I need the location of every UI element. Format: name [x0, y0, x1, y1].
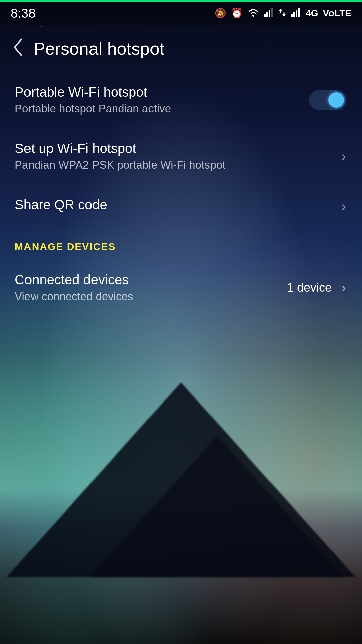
connected-devices-chevron: › [341, 281, 346, 295]
manage-devices-label: MANAGE DEVICES [15, 241, 116, 252]
share-qr-chevron: › [341, 199, 346, 213]
4g-label: 4G [306, 8, 318, 19]
svg-rect-1 [264, 14, 266, 17]
portable-wifi-subtitle: Portable hotspot Pandian active [15, 102, 309, 115]
mute-icon: 🔕 [215, 9, 226, 18]
portable-wifi-text: Portable Wi-Fi hotspot Portable hotspot … [15, 85, 309, 115]
signal2-icon [291, 8, 301, 19]
signal1-icon [264, 8, 274, 19]
page-title: Personal hotspot [34, 39, 164, 59]
svg-rect-8 [298, 8, 300, 17]
connected-devices-title: Connected devices [15, 272, 287, 287]
setup-wifi-item[interactable]: Set up Wi-Fi hotspot Pandian WPA2 PSK po… [0, 128, 362, 184]
setup-wifi-chevron: › [341, 149, 346, 163]
share-qr-text: Share QR code [15, 197, 341, 215]
connected-devices-text: Connected devices View connected devices [15, 272, 287, 303]
svg-rect-5 [291, 14, 293, 17]
volte-label: VoLTE [323, 8, 351, 19]
page-header: Personal hotspot [0, 25, 362, 72]
setup-wifi-subtitle: Pandian WPA2 PSK portable Wi-Fi hotspot [15, 159, 341, 171]
svg-rect-3 [269, 10, 270, 17]
alarm-icon: ⏰ [231, 9, 243, 18]
status-bar: 8:38 🔕 ⏰ [0, 2, 362, 25]
settings-list: Portable Wi-Fi hotspot Portable hotspot … [0, 72, 362, 316]
svg-rect-2 [266, 12, 268, 17]
connected-devices-item[interactable]: Connected devices View connected devices… [0, 260, 362, 316]
wifi-icon [247, 8, 259, 19]
data-transfer-icon [279, 8, 286, 19]
device-count: 1 device [287, 281, 332, 295]
share-qr-item[interactable]: Share QR code › [0, 184, 362, 228]
status-icons: 🔕 ⏰ [215, 8, 351, 19]
share-qr-title: Share QR code [15, 197, 341, 212]
portable-wifi-item[interactable]: Portable Wi-Fi hotspot Portable hotspot … [0, 72, 362, 128]
setup-wifi-text: Set up Wi-Fi hotspot Pandian WPA2 PSK po… [15, 141, 341, 171]
status-time: 8:38 [11, 6, 36, 21]
back-button[interactable] [12, 38, 24, 59]
portable-wifi-title: Portable Wi-Fi hotspot [15, 85, 309, 100]
manage-devices-section: MANAGE DEVICES [0, 228, 362, 260]
svg-rect-7 [296, 10, 297, 17]
svg-rect-4 [271, 8, 273, 17]
portable-wifi-toggle[interactable] [309, 90, 346, 110]
toggle-knob [328, 92, 344, 108]
setup-wifi-title: Set up Wi-Fi hotspot [15, 141, 341, 156]
connected-devices-subtitle: View connected devices [15, 290, 287, 303]
svg-rect-6 [293, 12, 295, 17]
svg-point-0 [252, 15, 254, 17]
